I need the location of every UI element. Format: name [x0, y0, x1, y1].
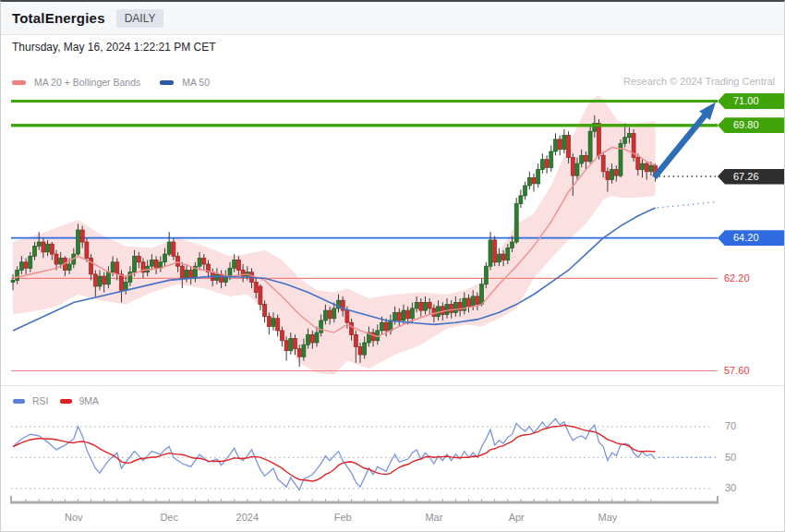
- rsi-ma-legend-label: 9MA: [79, 395, 100, 406]
- rsi-9ma-line: [13, 425, 656, 481]
- rsi-ma-legend-swatch: [60, 399, 72, 404]
- rsi-legend: RSI 9MA: [13, 395, 110, 406]
- timeframe-badge[interactable]: DAILY: [116, 9, 164, 28]
- bullish-arrow-shaft: [655, 113, 707, 177]
- rsi-legend-label: RSI: [32, 395, 49, 406]
- research-credit: Research © 2024 Trading Central: [623, 76, 775, 87]
- rsi-legend-swatch: [13, 399, 25, 404]
- instrument-title: TotalEnergies: [12, 10, 105, 26]
- rsi-line: [13, 418, 656, 490]
- ma20-legend-swatch: [12, 80, 26, 85]
- chart-widget: TotalEnergies DAILY Thursday, May 16, 20…: [0, 0, 785, 532]
- widget-header: TotalEnergies DAILY: [1, 2, 784, 35]
- ma50-legend-swatch: [160, 80, 174, 85]
- main-chart-legend: MA 20 + Bollinger Bands MA 50: [12, 76, 221, 89]
- ma20-legend-label: MA 20 + Bollinger Bands: [34, 77, 140, 88]
- ma50-legend-label: MA 50: [182, 77, 210, 88]
- ma50-dotted-projection: [658, 202, 718, 209]
- timestamp: Thursday, May 16, 2024 1:22:21 PM CET: [12, 41, 216, 54]
